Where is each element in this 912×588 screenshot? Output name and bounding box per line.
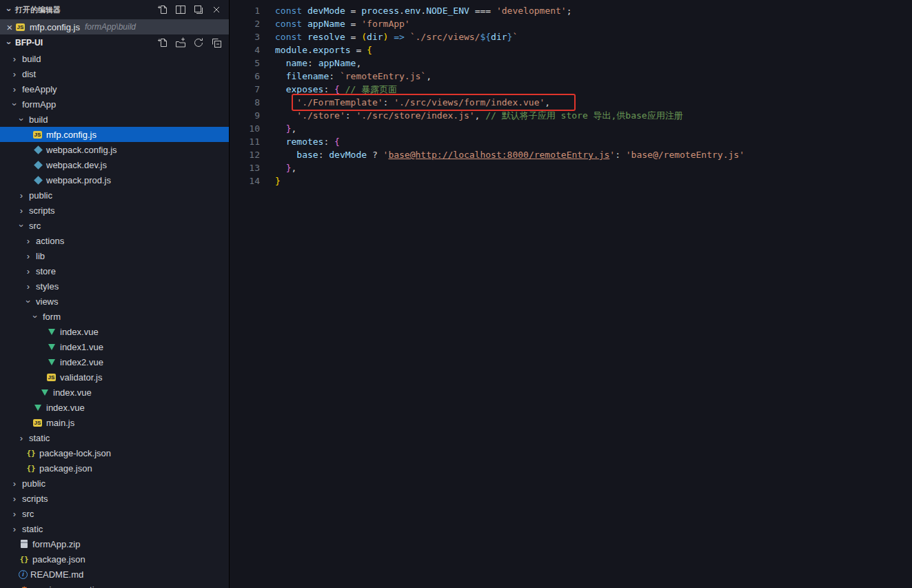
section-expand-chevron-icon: ›: [4, 5, 14, 14]
tree-item-scripts[interactable]: ›scripts: [0, 491, 229, 506]
tree-item-label: webpack.dev.js: [46, 160, 107, 170]
code-line-8[interactable]: 8 './FormTemplate': './src/views/form/in…: [230, 96, 912, 109]
tree-item-mfp.config.js[interactable]: JSmfp.config.js: [0, 127, 229, 142]
open-editor-item[interactable]: × JS mfp.config.js formApp\build: [0, 19, 229, 34]
code-line-1[interactable]: 1const devMode = process.env.NODE_ENV ==…: [230, 4, 912, 17]
collapse-folders-icon[interactable]: [210, 37, 222, 49]
tree-item-form[interactable]: ›form: [0, 309, 229, 324]
tree-item-label: src: [22, 509, 34, 519]
tree-item-label: main.js: [46, 418, 74, 428]
folder-chevron-icon: ›: [10, 54, 19, 64]
tree-item-dist[interactable]: ›dist: [0, 66, 229, 81]
line-number: 4: [230, 43, 260, 57]
refresh-explorer-icon[interactable]: [192, 37, 204, 49]
code-line-13[interactable]: 13 },: [230, 161, 912, 174]
tree-item-static[interactable]: ›static: [0, 521, 229, 536]
code-line-7[interactable]: 7 exposes: { // 暴露页面: [230, 83, 912, 96]
tree-item-public[interactable]: ›public: [0, 476, 229, 491]
tree-item-static[interactable]: ›static: [0, 430, 229, 445]
tree-item-formApp[interactable]: ›formApp: [0, 97, 229, 112]
tree-item-label: index1.vue: [60, 342, 103, 352]
code-line-4[interactable]: 4module.exports = {: [230, 43, 912, 57]
line-number: 3: [230, 30, 260, 43]
new-untitled-file-icon[interactable]: [156, 4, 168, 16]
js-file-icon: JS: [33, 419, 42, 427]
code-line-text: const appName = 'formApp': [275, 17, 410, 30]
editor-layout-icon[interactable]: [174, 4, 186, 16]
open-editors-header[interactable]: › 打开的编辑器: [0, 0, 229, 19]
line-number: 14: [230, 174, 260, 187]
tree-item-actions[interactable]: ›actions: [0, 233, 229, 248]
vue-icon: [46, 342, 57, 352]
tree-item-label: views: [36, 296, 59, 307]
tree-item-README.md[interactable]: iREADME.md: [0, 567, 229, 582]
tree-item-src[interactable]: ›src: [0, 218, 229, 233]
tree-item-index1.vue[interactable]: index1.vue: [0, 339, 229, 354]
project-root-header[interactable]: › BFP-UI: [0, 34, 229, 51]
code-line-text: },: [275, 122, 296, 135]
explorer-sidebar: › 打开的编辑器 × JS mfp.config.js formApp\buil…: [0, 0, 230, 588]
line-number: 5: [230, 57, 260, 70]
tree-item-build[interactable]: ›build: [0, 112, 229, 127]
line-number: 13: [230, 161, 260, 174]
tree-item-webpack.prod.js[interactable]: webpack.prod.js: [0, 172, 229, 187]
tree-item-index.vue[interactable]: index.vue: [0, 385, 229, 400]
tree-item-label: index.vue: [53, 387, 92, 398]
code-line-text: const devMode = process.env.NODE_ENV ===…: [275, 4, 572, 17]
close-all-editors-icon[interactable]: [210, 4, 222, 16]
tree-item-index.vue[interactable]: index.vue: [0, 324, 229, 339]
tree-item-public[interactable]: ›public: [0, 187, 229, 203]
new-folder-icon[interactable]: [174, 37, 186, 49]
code-line-2[interactable]: 2const appName = 'formApp': [230, 17, 912, 30]
code-line-14[interactable]: 14}: [230, 174, 912, 187]
tree-item-label: build: [22, 54, 41, 64]
tree-item-webpack.dev.js[interactable]: webpack.dev.js: [0, 157, 229, 172]
tree-item-index2.vue[interactable]: index2.vue: [0, 354, 229, 369]
line-number: 6: [230, 70, 260, 83]
code-line-12[interactable]: 12 base: devMode ? 'base@http://localhos…: [230, 148, 912, 161]
tree-item-package.json[interactable]: {}package.json: [0, 551, 229, 567]
code-line-6[interactable]: 6 filename: `remoteEntry.js`,: [230, 70, 912, 83]
tree-item-feeApply[interactable]: ›feeApply: [0, 81, 229, 97]
tree-item-lib[interactable]: ›lib: [0, 248, 229, 263]
tree-item-styles[interactable]: ›styles: [0, 278, 229, 294]
tree-item-label: store: [36, 266, 56, 276]
tree-item-label: validator.js: [60, 372, 102, 383]
close-icon[interactable]: ×: [4, 21, 15, 33]
tree-item-version.properties[interactable]: ⚙version.properties: [0, 582, 229, 588]
tree-item-main.js[interactable]: JSmain.js: [0, 415, 229, 430]
folder-chevron-icon: ›: [10, 84, 19, 94]
webpack-icon: [32, 160, 43, 170]
open-editor-path: formApp\build: [85, 22, 136, 32]
tree-item-package.json[interactable]: {}package.json: [0, 460, 229, 476]
tree-item-index.vue[interactable]: index.vue: [0, 400, 229, 415]
tree-item-build[interactable]: ›build: [0, 51, 229, 66]
tree-item-scripts[interactable]: ›scripts: [0, 203, 229, 218]
code-editor[interactable]: 1const devMode = process.env.NODE_ENV ==…: [230, 0, 912, 588]
save-all-icon[interactable]: [192, 4, 204, 16]
line-number: 7: [230, 83, 260, 96]
tree-item-label: scripts: [22, 494, 48, 504]
tree-item-validator.js[interactable]: JSvalidator.js: [0, 369, 229, 385]
js-file-icon: JS: [47, 374, 56, 381]
tree-item-label: package.json: [39, 463, 92, 474]
new-file-icon[interactable]: [156, 37, 168, 49]
tree-item-label: public: [29, 190, 52, 201]
tree-item-webpack.config.js[interactable]: webpack.config.js: [0, 142, 229, 157]
open-editors-title: 打开的编辑器: [15, 5, 61, 15]
folder-chevron-icon: ›: [23, 296, 34, 306]
tree-item-views[interactable]: ›views: [0, 294, 229, 309]
code-line-3[interactable]: 3const resolve = (dir) => `./src/views/$…: [230, 30, 912, 43]
open-editor-filename: mfp.config.js: [30, 22, 80, 32]
tree-item-src[interactable]: ›src: [0, 506, 229, 521]
folder-chevron-icon: ›: [10, 99, 20, 109]
code-line-9[interactable]: 9 './store': './src/store/index.js', // …: [230, 109, 912, 122]
tree-item-store[interactable]: ›store: [0, 263, 229, 278]
tree-item-label: formApp.zip: [32, 539, 80, 549]
js-file-icon: JS: [33, 131, 42, 139]
code-line-5[interactable]: 5 name: appName,: [230, 57, 912, 70]
tree-item-package-lock.json[interactable]: {}package-lock.json: [0, 445, 229, 460]
code-line-11[interactable]: 11 remotes: {: [230, 135, 912, 148]
tree-item-formApp.zip[interactable]: formApp.zip: [0, 536, 229, 551]
code-line-10[interactable]: 10 },: [230, 122, 912, 135]
